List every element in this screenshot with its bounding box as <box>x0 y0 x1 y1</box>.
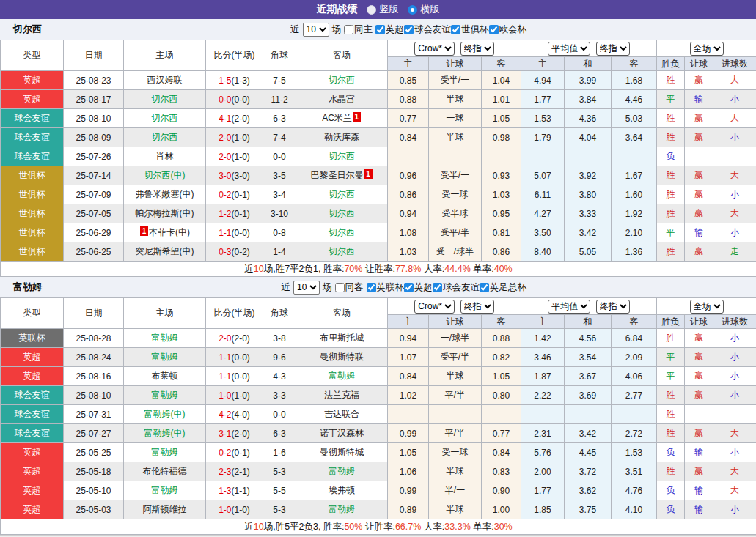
half-time-score: (0-1) <box>232 209 250 219</box>
team-name: 富勒姆 <box>329 371 355 381</box>
competition-checkbox[interactable] <box>451 25 460 34</box>
goals-cell <box>713 147 756 166</box>
avg-away-cell: 2.72 <box>612 424 657 443</box>
competition-checkbox[interactable] <box>433 283 442 292</box>
odds-time-select[interactable]: 终指 <box>460 300 494 314</box>
same-venue-filter[interactable]: 同主 <box>344 23 373 36</box>
avg-draw-cell: 3.42 <box>565 424 612 443</box>
competition-filter[interactable]: 英超 <box>375 23 404 36</box>
match-date: 25-06-25 <box>64 242 124 262</box>
result-cell: 平 <box>657 367 685 386</box>
section-header: 富勒姆 近 10 场 同客 英联杯英超球会友谊英足总杯 <box>0 277 756 297</box>
near-count-select[interactable]: 10 <box>293 281 320 295</box>
competition-filter[interactable]: 世俱杯 <box>451 23 489 36</box>
match-date: 25-08-24 <box>64 348 124 367</box>
type-badge: 英超 <box>1 367 64 386</box>
goals-cell: 走 <box>713 242 756 262</box>
result-cell: 胜 <box>657 424 685 443</box>
competition-checkbox[interactable] <box>375 25 385 34</box>
result-cell: 平 <box>657 90 685 109</box>
competition-checkbox[interactable] <box>480 283 489 292</box>
avg-home-cell <box>521 147 565 166</box>
competition-label: 英超 <box>386 23 404 36</box>
competition-checkbox[interactable] <box>404 283 414 292</box>
avg-home-cell: 3.50 <box>521 223 565 242</box>
col-score: 比分(半场) <box>206 298 263 329</box>
avg-away-cell: 1.60 <box>612 185 657 204</box>
avg-time-select[interactable]: 终指 <box>596 42 630 56</box>
odds-away-cell: 1.05 <box>482 109 521 128</box>
same-venue-checkbox[interactable] <box>335 283 345 292</box>
avg-away-cell: 5.03 <box>612 109 657 128</box>
half-time-score: (2-0) <box>232 114 250 124</box>
handicap-line-cell: 受一球 <box>429 443 482 462</box>
competition-checkbox[interactable] <box>404 25 414 34</box>
odds-source-select[interactable]: Crow* <box>414 300 455 314</box>
competition-filter[interactable]: 英超 <box>404 281 433 294</box>
competition-filter[interactable]: 英联杯 <box>367 281 405 294</box>
competition-checkbox[interactable] <box>367 283 376 292</box>
odds-time-select[interactable]: 终指 <box>460 42 494 56</box>
scope-select[interactable]: 全场 <box>690 42 724 56</box>
subcol-handicap: 让球 <box>429 315 482 329</box>
avg-draw-cell: 3.67 <box>565 367 612 386</box>
scope-select[interactable]: 全场 <box>690 300 724 314</box>
score-cell: 4-1(2-0) <box>206 109 263 128</box>
team-name: 布里斯托城 <box>320 333 364 343</box>
type-badge: 英超 <box>1 71 64 90</box>
competition-label: 世俱杯 <box>461 23 489 36</box>
full-time-score: 0-2 <box>219 190 231 200</box>
avg-draw-cell: 3.72 <box>565 462 612 481</box>
radio-horizontal-icon[interactable] <box>408 5 417 15</box>
odds-source-select[interactable]: Crow* <box>414 42 455 56</box>
competition-filter[interactable]: 球会友谊 <box>404 23 451 36</box>
avg-source-select[interactable]: 平均值 <box>548 42 590 56</box>
avg-home-cell: 1.42 <box>521 329 565 348</box>
title-bar: 近期战绩 竖版 横版 <box>0 0 756 19</box>
results-table: 类型 日期 主场 比分(半场) 角球 客场 Crow* 终指 平均值 终指 <box>0 40 756 277</box>
result-cell: 胜 <box>657 405 685 424</box>
avg-away-cell: 4.06 <box>612 367 657 386</box>
summary-stat-value: 50% <box>344 522 362 532</box>
summary-stat-value: 77.8% <box>395 264 421 274</box>
avg-draw-cell: 5.05 <box>565 242 612 262</box>
competition-label: 球会友谊 <box>443 281 480 294</box>
corners-cell: 5-5 <box>263 481 296 500</box>
avg-draw-cell: 3.80 <box>565 185 612 204</box>
corners-cell: 5-3 <box>263 500 296 519</box>
goals-cell: 小 <box>713 128 756 147</box>
odds-home-cell: 0.96 <box>388 166 429 185</box>
result-cell: 负 <box>657 147 685 166</box>
competition-filter[interactable]: 欧会杯 <box>489 23 527 36</box>
radio-vertical-icon[interactable] <box>367 5 376 15</box>
goals-cell: 大 <box>713 462 756 481</box>
competition-filter[interactable]: 英足总杯 <box>480 281 526 294</box>
away-team-cell: 富勒姆 <box>296 462 388 481</box>
same-venue-filter[interactable]: 同客 <box>335 281 364 294</box>
handicap-line-cell <box>429 405 482 424</box>
summary-text: 大率: <box>421 264 444 274</box>
competition-filter[interactable]: 球会友谊 <box>433 281 480 294</box>
half-time-score: (1-0) <box>232 152 250 162</box>
filter-bar: 近 10 场 同客 英联杯英超球会友谊英足总杯 <box>282 281 527 295</box>
same-venue-checkbox[interactable] <box>344 25 353 34</box>
corners-cell: 9-6 <box>263 348 296 367</box>
avg-home-cell: 3.46 <box>521 348 565 367</box>
match-date: 25-08-16 <box>64 367 124 386</box>
radio-vertical-layout[interactable]: 竖版 <box>367 3 399 16</box>
avg-time-select[interactable]: 终指 <box>596 300 630 314</box>
radio-horizontal-layout[interactable]: 横版 <box>408 3 440 16</box>
score-cell: 1-5(1-3) <box>206 71 263 90</box>
avg-source-select[interactable]: 平均值 <box>548 300 590 314</box>
col-date: 日期 <box>64 298 124 329</box>
avg-away-cell: 4.10 <box>612 500 657 519</box>
away-team-cell: 埃弗顿 <box>296 481 388 500</box>
avg-home-cell: 8.40 <box>521 242 565 262</box>
avg-draw-cell: 4.45 <box>565 443 612 462</box>
near-count-select[interactable]: 10 <box>303 23 329 37</box>
corners-cell: 6-3 <box>263 424 296 443</box>
avg-away-cell: 1.67 <box>612 166 657 185</box>
half-time-score: (1-0) <box>232 505 250 515</box>
away-team-cell: 吉达联合 <box>296 405 388 424</box>
competition-checkbox[interactable] <box>489 25 499 34</box>
